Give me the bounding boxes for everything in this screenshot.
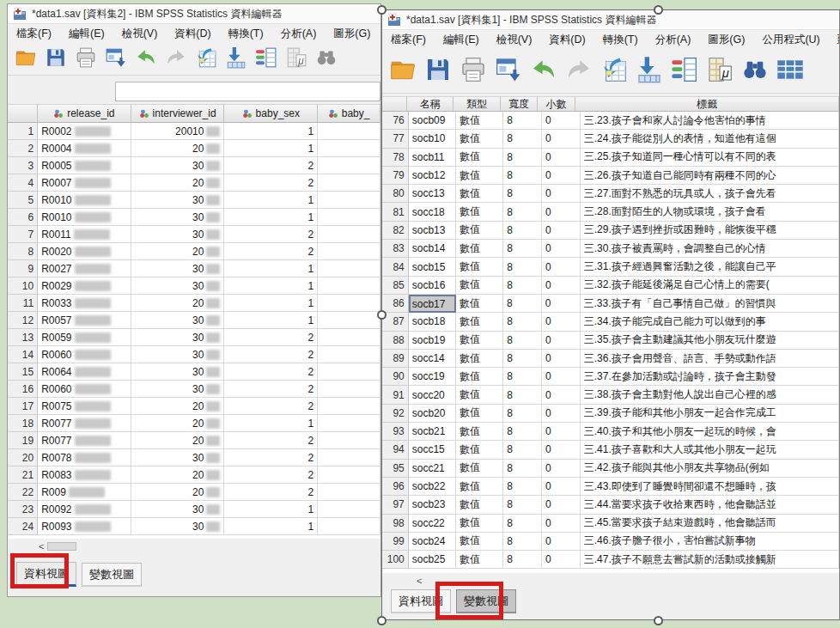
row-number[interactable]: 91 [382,386,409,404]
cell-decimals[interactable]: 0 [542,368,581,386]
menu-item[interactable]: 轉換(T) [220,25,272,43]
cell-release-id[interactable]: R0057 [38,312,131,329]
row-number[interactable]: 96 [382,478,409,496]
cell-release-id[interactable]: R0004 [38,140,131,157]
cell-width[interactable]: 8 [503,167,542,185]
cell-interviewer-id[interactable]: 30 [131,157,225,174]
cell-type[interactable]: 數值 [456,130,503,148]
cell-type[interactable]: 數值 [456,313,503,331]
insert-variable-button[interactable] [223,46,249,72]
column-header-baby_[interactable]: baby_ [318,104,380,123]
cell-release-id[interactable]: R0093 [38,518,131,535]
scroll-left-arrow-icon[interactable]: < [39,541,44,552]
row-number[interactable]: 99 [382,533,409,551]
redo-button[interactable] [163,46,189,72]
menu-item[interactable]: 資料(D) [540,31,593,49]
menu-item[interactable]: 圖形(G) [699,31,753,49]
cell-baby[interactable] [318,381,380,398]
cell-baby-sex[interactable]: 2 [224,398,318,415]
cell-width[interactable]: 8 [503,515,542,533]
undo-button[interactable] [133,46,159,72]
cell-baby[interactable] [318,174,380,192]
find-button[interactable] [740,55,770,88]
cell-baby[interactable] [318,226,380,243]
cell-width[interactable]: 8 [503,313,542,331]
scroll-left-arrow-icon[interactable]: < [417,576,422,586]
cell-release-id[interactable]: R0002 [38,123,131,140]
cell-baby-sex[interactable]: 1 [224,277,318,295]
cell-name[interactable]: socb11 [409,149,456,167]
cell-baby-sex[interactable]: 1 [224,518,318,535]
cell-release-id[interactable]: R0010 [38,209,131,226]
cell-interviewer-id[interactable]: 20 [131,484,225,501]
cell-interviewer-id[interactable]: 20 [131,140,225,157]
cell-decimals[interactable]: 0 [542,441,581,459]
row-number[interactable]: 79 [382,167,409,185]
cell-decimals[interactable]: 0 [542,515,581,533]
cell-label[interactable]: 三.33.孩子有「自己事情自己做」的習慣與 [581,295,839,313]
selection-handle-bottom-left[interactable] [377,616,387,625]
cell-name[interactable]: socb20 [409,405,456,423]
cell-label[interactable]: 三.43.即使到了睡覺時間卻還不想睡時，孩 [581,478,839,496]
cell-width[interactable]: 8 [503,332,542,350]
row-number[interactable]: 77 [382,130,409,148]
row-number[interactable]: 24 [8,518,38,535]
cell-baby-sex[interactable]: 1 [224,415,318,432]
row-number[interactable]: 19 [8,432,38,449]
row-number[interactable]: 100 [382,551,409,569]
cell-decimals[interactable]: 0 [542,478,581,496]
cell-baby[interactable] [318,501,380,518]
row-number[interactable]: 20 [8,449,38,466]
cell-width[interactable]: 8 [503,386,542,404]
cell-width[interactable]: 8 [503,496,542,514]
row-number[interactable]: 97 [382,496,409,514]
recall-dialogs-button[interactable] [493,55,524,88]
column-header-baby_sex[interactable]: baby_sex [224,104,318,123]
row-number[interactable]: 90 [382,368,409,386]
cell-type[interactable]: 數值 [456,386,503,404]
cell-type[interactable]: 數值 [456,533,503,551]
cell-width[interactable]: 8 [503,533,542,551]
cell-width[interactable]: 8 [503,203,542,221]
cell-width[interactable]: 8 [503,112,542,130]
cell-baby-sex[interactable]: 2 [224,466,318,484]
row-number[interactable]: 23 [8,501,38,518]
cell-release-id[interactable]: R0077 [38,432,131,449]
cell-name[interactable]: socb21 [409,423,456,441]
cell-name[interactable]: socb25 [409,551,456,569]
cell-decimals[interactable]: 0 [542,203,581,221]
cell-decimals[interactable]: 0 [542,460,581,478]
cell-label[interactable]: 三.32.孩子能延後滿足自己心情上的需要( [581,277,839,295]
cell-baby-sex[interactable]: 1 [224,192,318,209]
cell-baby-sex[interactable]: 2 [224,363,318,381]
cell-release-id[interactable]: R0010 [38,192,131,209]
cell-width[interactable]: 8 [503,295,542,313]
cell-label[interactable]: 三.42.孩子能與其他小朋友共享物品(例如 [581,460,839,478]
show-variables-button[interactable]: μ [704,55,735,88]
row-number[interactable]: 76 [382,112,409,130]
cell-type[interactable]: 數值 [456,496,503,514]
cell-width[interactable]: 8 [503,441,542,459]
cell-decimals[interactable]: 0 [542,386,581,404]
row-number[interactable]: 78 [382,149,409,167]
cell-name[interactable]: socb23 [409,496,456,514]
cell-width[interactable]: 8 [503,350,542,368]
column-header[interactable]: 名稱 [407,96,453,112]
cell-label[interactable]: 三.34.孩子能完成自己能力可以做到的事 [581,313,839,331]
cell-label[interactable]: 三.39.孩子能和其他小朋友一起合作完成工 [581,405,839,423]
row-number[interactable]: 85 [382,277,409,295]
row-number[interactable]: 3 [8,157,38,174]
menu-item[interactable]: 檢視(V) [488,31,541,49]
cell-release-id[interactable]: R0075 [38,398,131,415]
row-number[interactable]: 15 [8,363,38,381]
row-number[interactable]: 9 [8,260,38,277]
cell-label[interactable]: 三.47.孩子不願意去嘗試新的活動或接觸新 [581,551,839,569]
cell-name[interactable]: socb18 [409,313,456,331]
cell-decimals[interactable]: 0 [542,185,581,203]
cell-baby-sex[interactable]: 1 [224,501,318,518]
cell-baby-sex[interactable]: 1 [224,312,318,329]
horizontal-scrollbar[interactable]: < [417,575,422,587]
cell-release-id[interactable]: R0011 [38,226,131,243]
cell-decimals[interactable]: 0 [542,149,581,167]
cell-baby-sex[interactable]: 2 [224,449,318,466]
